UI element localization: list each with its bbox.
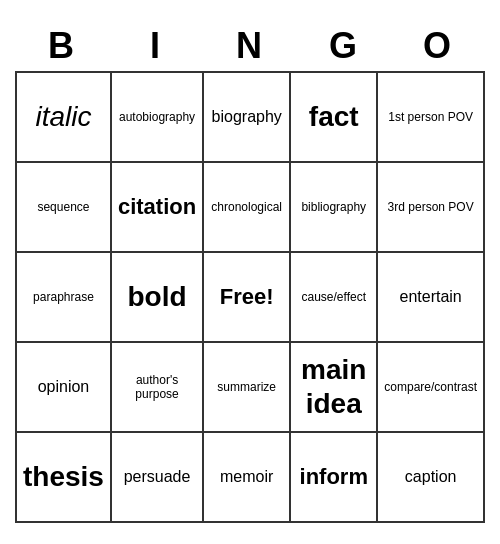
header-letter: N [203,21,297,71]
bingo-cell: chronological [204,163,291,253]
cell-text: 1st person POV [388,110,473,124]
cell-text: italic [35,100,91,134]
bingo-cell: 3rd person POV [378,163,485,253]
cell-text: autobiography [119,110,195,124]
header-letter: G [297,21,391,71]
cell-text: Free! [220,284,274,310]
cell-text: author's purpose [118,373,196,402]
bingo-cell: persuade [112,433,204,523]
bingo-cell: biography [204,73,291,163]
bingo-cell: italic [17,73,112,163]
cell-text: memoir [220,467,273,486]
header-letter: O [391,21,485,71]
cell-text: persuade [124,467,191,486]
bingo-cell: cause/effect [291,253,378,343]
cell-text: fact [309,100,359,134]
cell-text: chronological [211,200,282,214]
bingo-cell: citation [112,163,204,253]
bingo-header: BINGO [15,21,485,71]
cell-text: inform [300,464,368,490]
bingo-cell: opinion [17,343,112,433]
bingo-cell: compare/contrast [378,343,485,433]
bingo-cell: bold [112,253,204,343]
bingo-cell: paraphrase [17,253,112,343]
cell-text: summarize [217,380,276,394]
cell-text: entertain [400,287,462,306]
cell-text: sequence [37,200,89,214]
bingo-cell: sequence [17,163,112,253]
cell-text: opinion [38,377,90,396]
bingo-cell: autobiography [112,73,204,163]
bingo-grid: italicautobiographybiographyfact1st pers… [15,71,485,523]
bingo-cell: caption [378,433,485,523]
cell-text: caption [405,467,457,486]
cell-text: thesis [23,460,104,494]
header-letter: I [109,21,203,71]
cell-text: cause/effect [302,290,367,304]
header-letter: B [15,21,109,71]
bingo-cell: 1st person POV [378,73,485,163]
cell-text: citation [118,194,196,220]
bingo-cell: author's purpose [112,343,204,433]
bingo-cell: entertain [378,253,485,343]
bingo-cell: memoir [204,433,291,523]
cell-text: main idea [297,353,370,420]
bingo-cell: inform [291,433,378,523]
bingo-cell: Free! [204,253,291,343]
bingo-cell: thesis [17,433,112,523]
cell-text: bold [128,280,187,314]
cell-text: biography [212,107,282,126]
cell-text: compare/contrast [384,380,477,394]
bingo-cell: fact [291,73,378,163]
bingo-cell: summarize [204,343,291,433]
bingo-cell: bibliography [291,163,378,253]
cell-text: bibliography [301,200,366,214]
cell-text: paraphrase [33,290,94,304]
bingo-card: BINGO italicautobiographybiographyfact1s… [15,21,485,523]
bingo-cell: main idea [291,343,378,433]
cell-text: 3rd person POV [388,200,474,214]
